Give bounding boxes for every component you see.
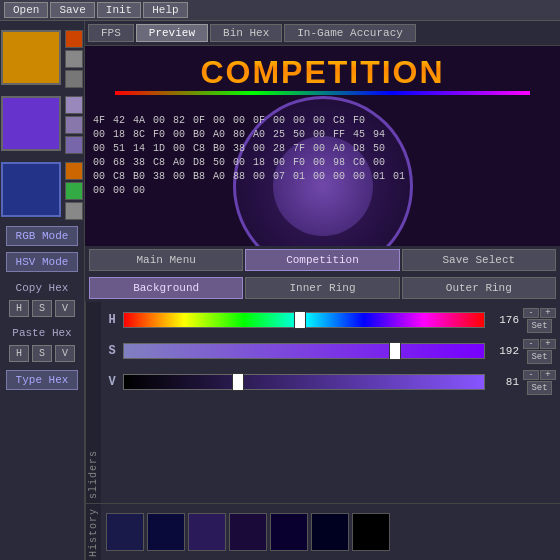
competition-button[interactable]: Competition [245, 249, 399, 271]
mini-col-bot [65, 162, 83, 220]
s-minus-button[interactable]: - [523, 339, 539, 349]
color-tabs-row: Background Inner Ring Outer Ring [85, 274, 560, 302]
tab-fps[interactable]: FPS [88, 24, 134, 42]
save-button[interactable]: Save [50, 2, 94, 18]
s-slider-thumb[interactable] [389, 342, 401, 360]
hsv-mode-button[interactable]: HSV Mode [6, 252, 78, 272]
type-hex-button[interactable]: Type Hex [6, 370, 78, 390]
help-button[interactable]: Help [143, 2, 187, 18]
left-sidebar: RGB Mode HSV Mode Copy Hex H S V Paste H… [0, 21, 85, 560]
history-label: History [85, 504, 101, 560]
swatch-small-6[interactable] [65, 136, 83, 154]
swatch-small-9[interactable] [65, 202, 83, 220]
s-plus-button[interactable]: + [540, 339, 556, 349]
v-slider-row: V 81 - + Set [105, 368, 556, 396]
v-label: V [105, 375, 119, 389]
main-menu-button[interactable]: Main Menu [89, 249, 243, 271]
swatch-group-top [1, 30, 83, 88]
init-button[interactable]: Init [97, 2, 141, 18]
s-slider-row: S 192 - + Set [105, 337, 556, 365]
v-slider-controls: - + Set [523, 370, 556, 395]
tab-preview[interactable]: Preview [136, 24, 208, 42]
s-pm-row: - + [523, 339, 556, 349]
tab-in-game-accuracy[interactable]: In-Game Accuracy [284, 24, 416, 42]
hex-line-4: 00 68 38 C8 A0 D8 50 00 18 90 F0 00 98 C… [93, 156, 552, 170]
h-set-button[interactable]: Set [527, 319, 551, 333]
swatch-group-bot [1, 162, 83, 220]
h-value: 176 [489, 314, 519, 326]
s-slider-track[interactable] [123, 343, 485, 359]
h-slider-thumb[interactable] [294, 311, 306, 329]
rgb-mode-button[interactable]: RGB Mode [6, 226, 78, 246]
s-label: S [105, 344, 119, 358]
menu-bar: Open Save Init Help [0, 0, 560, 21]
tab-bin-hex[interactable]: Bin Hex [210, 24, 282, 42]
h-label: H [105, 313, 119, 327]
hex-line-2: 00 18 8C F0 00 B0 A0 80 A0 25 50 00 FF 4… [93, 128, 552, 142]
v-plus-button[interactable]: + [540, 370, 556, 380]
mini-col-top [65, 30, 83, 88]
competition-title: COMPETITION [85, 46, 560, 91]
hex-line-6: 00 00 00 [93, 184, 552, 198]
swatch-small-7[interactable] [65, 162, 83, 180]
copy-s-button[interactable]: S [32, 300, 52, 317]
open-button[interactable]: Open [4, 2, 48, 18]
swatch-large-bot[interactable] [1, 162, 61, 217]
right-content: FPS Preview Bin Hex In-Game Accuracy COM… [85, 21, 560, 560]
top-tabs: FPS Preview Bin Hex In-Game Accuracy [85, 21, 560, 46]
h-slider-row: H 176 - + Set [105, 306, 556, 334]
v-minus-button[interactable]: - [523, 370, 539, 380]
history-swatch-1[interactable] [106, 513, 144, 551]
swatch-large-mid[interactable] [1, 96, 61, 151]
h-slider-controls: - + Set [523, 308, 556, 333]
sliders-section: sliders H 176 - + Set [85, 302, 560, 503]
v-slider-track[interactable] [123, 374, 485, 390]
v-value: 81 [489, 376, 519, 388]
hex-dump: 4F 42 4A 00 82 0F 00 00 0F 00 00 00 C8 F… [93, 114, 552, 198]
s-set-button[interactable]: Set [527, 350, 551, 364]
swatch-small-8[interactable] [65, 182, 83, 200]
swatch-small-1[interactable] [65, 30, 83, 48]
paste-hex-label: Paste Hex [12, 327, 71, 339]
inner-ring-tab[interactable]: Inner Ring [245, 277, 399, 299]
main-layout: RGB Mode HSV Mode Copy Hex H S V Paste H… [0, 21, 560, 560]
outer-ring-tab[interactable]: Outer Ring [402, 277, 556, 299]
s-slider-controls: - + Set [523, 339, 556, 364]
save-select-button[interactable]: Save Select [402, 249, 556, 271]
competition-underline [115, 91, 530, 95]
swatch-group-mid [1, 96, 83, 154]
swatch-small-5[interactable] [65, 116, 83, 134]
history-swatch-2[interactable] [147, 513, 185, 551]
v-slider-thumb[interactable] [232, 373, 244, 391]
hex-line-5: 00 C8 B0 38 00 B8 A0 88 00 07 01 00 00 0… [93, 170, 552, 184]
paste-hsv-row: H S V [9, 345, 75, 362]
s-value: 192 [489, 345, 519, 357]
history-swatch-5[interactable] [270, 513, 308, 551]
nav-buttons-row: Main Menu Competition Save Select [85, 246, 560, 274]
history-swatch-3[interactable] [188, 513, 226, 551]
v-set-button[interactable]: Set [527, 381, 551, 395]
paste-h-button[interactable]: H [9, 345, 29, 362]
hex-line-1: 4F 42 4A 00 82 0F 00 00 0F 00 00 00 C8 F… [93, 114, 552, 128]
copy-v-button[interactable]: V [55, 300, 75, 317]
swatch-small-4[interactable] [65, 96, 83, 114]
history-swatches [101, 504, 560, 560]
hex-line-3: 00 51 14 1D 00 C8 B0 38 00 28 7F 00 A0 D… [93, 142, 552, 156]
h-minus-button[interactable]: - [523, 308, 539, 318]
swatch-small-2[interactable] [65, 50, 83, 68]
background-tab[interactable]: Background [89, 277, 243, 299]
swatch-small-3[interactable] [65, 70, 83, 88]
paste-v-button[interactable]: V [55, 345, 75, 362]
history-swatch-6[interactable] [311, 513, 349, 551]
copy-h-button[interactable]: H [9, 300, 29, 317]
history-swatch-7[interactable] [352, 513, 390, 551]
swatch-large-top[interactable] [1, 30, 61, 85]
h-slider-track[interactable] [123, 312, 485, 328]
h-plus-button[interactable]: + [540, 308, 556, 318]
copy-hsv-row: H S V [9, 300, 75, 317]
preview-area: COMPETITION 4F 42 4A 00 82 0F 00 00 0F 0… [85, 46, 560, 246]
v-pm-row: - + [523, 370, 556, 380]
history-swatch-4[interactable] [229, 513, 267, 551]
paste-s-button[interactable]: S [32, 345, 52, 362]
history-section: History [85, 503, 560, 560]
